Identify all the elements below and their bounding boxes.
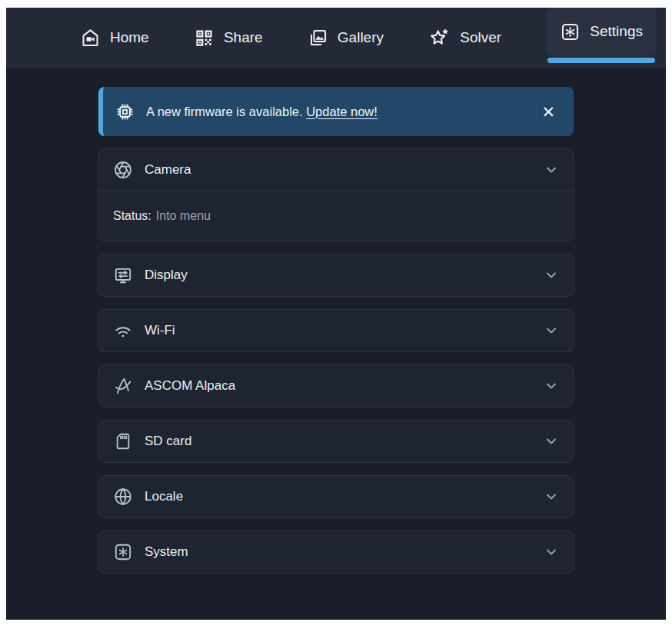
section-locale-header[interactable]: Locale: [99, 476, 573, 517]
firmware-banner: A new firmware is available. Update now!…: [98, 87, 574, 136]
globe-icon: [113, 487, 133, 507]
tab-solver-label: Solver: [460, 29, 501, 46]
active-tab-underline: [547, 58, 655, 63]
section-sd-card-label: SD card: [145, 434, 191, 449]
settings-page: A new firmware is available. Update now!…: [6, 68, 666, 600]
star-icon: [428, 27, 451, 49]
section-system-header[interactable]: System: [99, 531, 573, 573]
section-locale-label: Locale: [145, 489, 183, 504]
section-system: System: [98, 531, 574, 574]
section-sd-card-header[interactable]: SD card: [99, 421, 573, 462]
chevron-down-icon: [544, 323, 559, 338]
top-navigation: Home Share: [6, 8, 666, 68]
chip-icon: [115, 102, 135, 121]
section-wifi: Wi-Fi: [98, 309, 574, 352]
alpaca-icon: [113, 376, 133, 396]
system-icon: [113, 542, 133, 562]
tab-home-label: Home: [110, 29, 149, 46]
bottom-spacer: [98, 574, 574, 612]
display-icon: [113, 265, 133, 285]
section-wifi-header[interactable]: Wi-Fi: [99, 310, 573, 351]
section-system-label: System: [145, 544, 188, 560]
tab-gallery[interactable]: Gallery: [308, 8, 384, 68]
section-camera-header[interactable]: Camera: [99, 149, 573, 191]
camera-status-label: Status:: [113, 209, 151, 222]
chevron-down-icon: [544, 378, 559, 394]
chevron-down-icon: [544, 489, 559, 504]
section-display-header[interactable]: Display: [99, 254, 573, 296]
chevron-down-icon: [544, 544, 559, 560]
tab-solver[interactable]: Solver: [428, 8, 501, 68]
section-camera: Camera Status:Into menu: [98, 148, 574, 241]
section-wifi-label: Wi-Fi: [145, 323, 175, 338]
app-window: Home Share: [6, 8, 666, 620]
aperture-icon: [113, 160, 133, 180]
close-icon[interactable]: ✕: [538, 101, 558, 123]
chevron-down-icon: [544, 162, 559, 178]
sd-card-icon: [113, 431, 133, 451]
chevron-down-icon: [544, 434, 559, 449]
qr-code-icon: [194, 28, 215, 48]
camera-status-row: Status:Into menu: [99, 191, 573, 241]
tab-settings[interactable]: Settings: [546, 8, 657, 55]
home-icon: [80, 28, 101, 48]
section-ascom-alpaca-header[interactable]: ASCOM Alpaca: [99, 365, 573, 407]
section-display-label: Display: [145, 268, 188, 283]
section-locale: Locale: [98, 475, 574, 518]
tab-share[interactable]: Share: [194, 8, 263, 68]
section-ascom-alpaca-label: ASCOM Alpaca: [145, 378, 235, 394]
firmware-banner-text: A new firmware is available. Update now!: [146, 105, 378, 119]
wifi-icon: [113, 321, 133, 341]
tab-share-label: Share: [224, 29, 263, 46]
section-ascom-alpaca: ASCOM Alpaca: [98, 364, 574, 407]
camera-status-value: Into menu: [156, 209, 211, 222]
chevron-down-icon: [544, 268, 559, 283]
update-now-link[interactable]: Update now!: [306, 105, 378, 118]
settings-icon: [560, 22, 581, 42]
gallery-icon: [308, 28, 328, 48]
tab-gallery-label: Gallery: [338, 29, 384, 46]
tab-settings-label: Settings: [590, 23, 643, 40]
tab-home[interactable]: Home: [80, 8, 149, 68]
section-display: Display: [98, 254, 574, 297]
section-camera-label: Camera: [145, 162, 191, 178]
section-sd-card: SD card: [98, 420, 574, 463]
